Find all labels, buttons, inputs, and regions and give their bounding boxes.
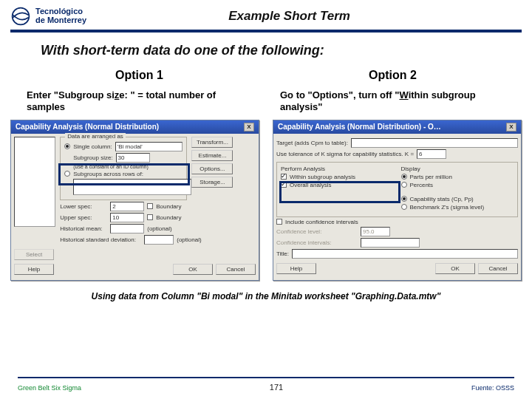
target-field[interactable] <box>351 138 518 148</box>
logo-text-2: de Monterrey <box>35 16 86 25</box>
subgroups-across-field[interactable] <box>73 179 191 195</box>
options-button[interactable]: Options... <box>191 163 233 174</box>
storage-button[interactable]: Storage... <box>191 177 233 188</box>
cancel-button[interactable]: Cancel <box>478 263 518 274</box>
ci-type-field <box>361 238 420 248</box>
lead-text: With short-term data do one of the follo… <box>0 40 532 64</box>
ci-type-label: Confidence intervals: <box>276 239 358 246</box>
capability-dialog: Capability Analysis (Normal Distribution… <box>10 120 259 281</box>
ok-button[interactable]: OK <box>435 263 475 274</box>
single-column-field[interactable]: 'Bi modal' <box>115 142 183 151</box>
help-button[interactable]: Help <box>276 263 316 274</box>
data-arranged-group: Data are arranged as Single column: 'Bi … <box>60 137 187 200</box>
help-button[interactable]: Help <box>14 264 54 275</box>
hist-sd-field[interactable] <box>144 235 174 245</box>
hist-sd-opt: (optional) <box>177 236 201 243</box>
dialog-title: Capability Analysis (Normal Distribution… <box>278 123 441 131</box>
target-label: Target (adds Cpm to table): <box>276 140 348 146</box>
option-2-heading: Option 2 <box>274 64 511 89</box>
ppm-radio[interactable]: Parts per million <box>401 174 514 180</box>
perform-title: Perform Analysis <box>281 166 394 172</box>
option-1-heading: Option 1 <box>21 64 258 89</box>
capstats-label: Capability stats (Cp, Pp) <box>410 196 474 202</box>
select-button[interactable]: Select <box>14 249 54 260</box>
footer-source: Fuente: OSSS <box>471 384 514 392</box>
orb-icon <box>10 6 31 27</box>
display-title: Display <box>401 166 514 172</box>
opt2-pre: Go to "Options", turn off " <box>280 89 399 100</box>
capability-options-dialog: Capability Analysis (Normal Distribution… <box>273 120 522 281</box>
footer-divider-wrap <box>18 377 514 381</box>
slide-header: Tecnológico de Monterrey Example Short T… <box>0 0 532 27</box>
ksigma-field[interactable]: 6 <box>417 149 446 159</box>
upper-spec-label: Upper spec: <box>60 214 107 221</box>
option-1-desc: Enter "Subgroup size: " = total number o… <box>21 89 258 118</box>
footer-left: Green Belt Six Sigma <box>18 384 81 392</box>
close-icon[interactable]: X <box>506 123 516 132</box>
subgroups-across-label: Subgroups across rows of: <box>73 171 143 177</box>
titlebar[interactable]: Capability Analysis (Normal Distribution… <box>273 120 521 134</box>
ppm-label: Parts per million <box>410 174 452 180</box>
plot-title-label: Title: <box>276 250 289 257</box>
subgroup-size-field[interactable]: 30 <box>116 153 150 163</box>
subgroups-across-radio[interactable]: Subgroups across rows of: <box>64 171 183 177</box>
dialogs-row: Capability Analysis (Normal Distribution… <box>0 118 532 281</box>
caption: Using data from Column "Bi modal" in the… <box>0 281 532 301</box>
option-2-desc: Go to "Options", turn off "Within subgro… <box>274 89 511 118</box>
titlebar[interactable]: Capability Analysis (Normal Distribution… <box>11 120 259 134</box>
subgroup-hint: (use a constant or an ID column) <box>73 164 183 169</box>
include-ci-label: Include confidence intervals <box>285 219 358 225</box>
ok-button[interactable]: OK <box>173 264 213 275</box>
lower-boundary-check[interactable]: Boundary <box>147 203 181 210</box>
overall-label: Overall analysis <box>290 182 331 188</box>
single-column-radio[interactable]: Single column: 'Bi modal' <box>64 142 183 151</box>
hist-sd-label: Historical standard deviation: <box>60 236 141 243</box>
subgroup-size-label: Subgroup size: <box>73 154 112 161</box>
plot-title-field[interactable] <box>292 249 518 259</box>
page-number: 171 <box>81 383 471 392</box>
hist-mean-field[interactable] <box>110 224 144 233</box>
footer-divider <box>18 377 514 378</box>
option-2-block: Option 2 Go to "Options", turn off "With… <box>274 64 511 118</box>
subgroup-size-row: Subgroup size: 30 <box>73 153 183 163</box>
overall-analysis-check[interactable]: Overall analysis <box>281 182 394 188</box>
transform-button[interactable]: Transform... <box>191 137 233 148</box>
slide-footer: Green Belt Six Sigma 171 Fuente: OSSS <box>0 383 532 392</box>
group-title: Data are arranged as <box>65 133 126 140</box>
hist-mean-opt: (optional) <box>147 225 171 232</box>
lower-boundary-label: Boundary <box>156 203 181 210</box>
hist-mean-label: Historical mean: <box>60 225 107 232</box>
slide-title: Example Short Term <box>86 9 522 24</box>
capstats-radio[interactable]: Capability stats (Cp, Pp) <box>401 196 514 202</box>
options-row: Option 1 Enter "Subgroup size: " = total… <box>0 64 532 118</box>
upper-boundary-check[interactable]: Boundary <box>147 214 181 221</box>
cancel-button[interactable]: Cancel <box>216 264 256 275</box>
upper-boundary-label: Boundary <box>156 214 181 221</box>
benchmark-radio[interactable]: Benchmark Z's (sigma level) <box>401 204 514 211</box>
close-icon[interactable]: X <box>244 123 254 132</box>
estimate-button[interactable]: Estimate... <box>191 150 233 161</box>
single-column-label: Single column: <box>73 143 112 150</box>
option-1-block: Option 1 Enter "Subgroup size: " = total… <box>21 64 258 118</box>
include-ci-check[interactable]: Include confidence intervals <box>276 219 518 225</box>
dialog-title: Capability Analysis (Normal Distribution… <box>16 123 159 131</box>
columns-listbox[interactable] <box>14 137 55 227</box>
upper-spec-field[interactable]: 10 <box>110 213 144 222</box>
brand-logo: Tecnológico de Monterrey <box>10 6 86 27</box>
lower-spec-field[interactable]: 2 <box>110 202 144 211</box>
header-divider <box>10 30 522 33</box>
perform-display-group: Perform Analysis Within subgroup analysi… <box>276 162 518 217</box>
within-label: Within subgroup analysis <box>290 174 355 180</box>
within-analysis-check[interactable]: Within subgroup analysis <box>281 174 394 180</box>
benchmark-label: Benchmark Z's (sigma level) <box>410 204 485 211</box>
conf-level-field: 95.0 <box>361 227 390 236</box>
conf-level-label: Confidence level: <box>276 228 358 235</box>
opt1-pre: Enter "Subgroup si <box>27 89 115 100</box>
lower-spec-label: Lower spec: <box>60 203 107 210</box>
ksigma-label: Use tolerance of K sigma for capability … <box>276 151 414 157</box>
percents-label: Percents <box>410 182 434 188</box>
opt2-ul: W <box>399 89 408 100</box>
percents-radio[interactable]: Percents <box>401 182 514 188</box>
